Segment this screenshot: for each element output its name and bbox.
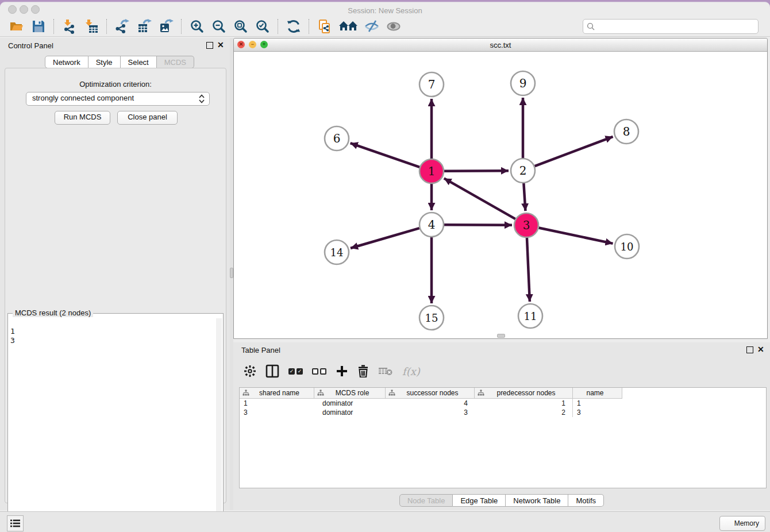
tab-node-table[interactable]: Node Table <box>399 494 453 507</box>
toolbar-separator <box>106 19 107 34</box>
mcds-result-group: MCDS result (2 nodes) 1 3 <box>7 313 224 531</box>
hide-graphics-details-icon[interactable] <box>363 18 380 35</box>
graph-edge-3-1[interactable] <box>444 178 515 219</box>
show-graphics-details-icon[interactable] <box>385 18 402 35</box>
close-panel-button[interactable]: Close panel <box>117 111 178 125</box>
table-cell[interactable]: dominator <box>314 408 386 417</box>
mcds-result-text[interactable]: 1 3 <box>10 327 215 521</box>
memory-status-icon <box>725 521 731 527</box>
network-view-window: ✕ − + scc.txt 1234678910111415 <box>233 38 768 339</box>
splitter-grip[interactable] <box>497 334 505 338</box>
network-window-titlebar[interactable]: ✕ − + scc.txt <box>234 38 767 52</box>
graph-node-label: 7 <box>428 78 436 91</box>
table-row[interactable]: 3dominator323 <box>240 408 766 417</box>
graph-node-label: 6 <box>333 132 341 145</box>
window-title: Session: New Session <box>0 6 770 15</box>
table-cell[interactable]: 1 <box>240 399 314 408</box>
memory-button[interactable]: Memory <box>719 516 765 531</box>
home-icon[interactable] <box>338 18 359 35</box>
import-network-icon[interactable] <box>61 18 78 35</box>
tab-mcds[interactable]: MCDS <box>157 56 194 68</box>
save-session-icon[interactable] <box>30 18 47 35</box>
delete-row-icon[interactable] <box>357 365 369 377</box>
settings-gear-icon[interactable] <box>244 365 256 377</box>
task-history-button[interactable] <box>7 515 24 531</box>
table-cell[interactable]: 3 <box>573 408 622 417</box>
table-cell[interactable]: 1 <box>573 399 622 408</box>
graph-edge-3-10[interactable] <box>539 228 613 244</box>
control-panel: Control Panel ✕ Network Style Select MCD… <box>0 38 230 510</box>
graph-node-label: 9 <box>519 76 527 90</box>
float-panel-icon[interactable] <box>206 42 213 49</box>
column-type-icon <box>478 390 484 396</box>
float-panel-icon[interactable] <box>746 346 753 353</box>
toolbar-separator <box>181 19 182 34</box>
graph-node-label: 10 <box>621 241 634 253</box>
tab-edge-table[interactable]: Edge Table <box>453 494 506 507</box>
table-row[interactable]: 1dominator411 <box>240 399 766 408</box>
toolbar-separator <box>309 19 310 34</box>
close-panel-icon[interactable]: ✕ <box>217 40 224 49</box>
result-scrollbar[interactable] <box>216 318 222 530</box>
network-view-title: scc.txt <box>234 41 767 49</box>
search-box <box>583 19 759 34</box>
table-cell[interactable]: 1 <box>475 399 573 408</box>
deselect-all-icon[interactable] <box>312 368 326 375</box>
close-panel-icon[interactable]: ✕ <box>757 345 764 354</box>
optimization-criterion-value: strongly connected component <box>32 94 134 102</box>
table-cell[interactable]: 3 <box>386 408 475 417</box>
select-all-icon[interactable]: ✓✓ <box>288 368 303 375</box>
export-network-icon[interactable] <box>114 18 131 35</box>
zoom-in-icon[interactable] <box>188 18 206 35</box>
table-cell[interactable]: 3 <box>240 408 314 417</box>
import-table-icon[interactable] <box>83 18 100 35</box>
network-canvas[interactable]: 1234678910111415 <box>234 51 767 338</box>
select-stepper-icon <box>198 94 206 103</box>
column-header-mcds-role[interactable]: MCDS role <box>314 388 386 399</box>
zoom-fit-icon[interactable] <box>232 18 249 35</box>
graph-edge-1-6[interactable] <box>351 143 420 167</box>
add-row-icon[interactable] <box>336 365 348 377</box>
table-cell[interactable]: dominator <box>314 399 386 408</box>
control-panel-header: Control Panel ✕ <box>0 38 230 53</box>
zoom-selected-icon[interactable] <box>254 18 271 35</box>
table-panel-header: Table Panel ✕ <box>233 342 770 357</box>
table-cell[interactable]: 4 <box>386 399 475 408</box>
search-input[interactable] <box>597 21 754 31</box>
graph-node-label: 11 <box>524 310 537 322</box>
show-columns-icon[interactable] <box>265 364 279 378</box>
graph-edge-3-11[interactable] <box>527 238 530 302</box>
graph-edge-4-3[interactable] <box>444 225 512 225</box>
column-type-icon <box>388 390 395 396</box>
tab-style[interactable]: Style <box>88 56 121 68</box>
graph-edge-2-3[interactable] <box>523 183 525 211</box>
delete-table-icon <box>378 365 393 377</box>
run-mcds-button[interactable]: Run MCDS <box>55 111 110 125</box>
memory-label: Memory <box>734 519 759 527</box>
graph-edge-1-2[interactable] <box>444 171 509 171</box>
column-header-successor-nodes[interactable]: successor nodes <box>386 388 475 399</box>
tab-motifs[interactable]: Motifs <box>568 494 604 507</box>
graph-edge-4-14[interactable] <box>351 228 419 248</box>
zoom-out-icon[interactable] <box>210 18 228 35</box>
mcds-tab-content: Optimization criterion: strongly connect… <box>5 68 226 503</box>
duplicate-network-icon[interactable] <box>316 18 333 35</box>
titlebar: Session: New Session <box>0 2 770 16</box>
column-header-shared-name[interactable]: shared name <box>240 388 314 399</box>
column-header-predecessor-nodes[interactable]: predecessor nodes <box>475 388 573 399</box>
table-body: 1dominator4113dominator323 <box>240 399 766 417</box>
column-header-name[interactable]: name <box>573 388 622 399</box>
tab-network[interactable]: Network <box>45 56 88 68</box>
graph-edge-2-8[interactable] <box>535 137 613 166</box>
column-type-icon <box>317 390 324 396</box>
refresh-icon[interactable] <box>285 18 302 35</box>
table-toolbar: ✓✓ f(x) <box>239 360 425 383</box>
export-image-icon[interactable] <box>157 18 175 35</box>
table-cell[interactable]: 2 <box>475 408 573 417</box>
tab-select[interactable]: Select <box>121 56 157 68</box>
table-header-row: shared name MCDS role successor nodes pr… <box>240 388 622 399</box>
optimization-criterion-select[interactable]: strongly connected component <box>26 92 210 106</box>
open-session-icon[interactable] <box>8 18 25 35</box>
tab-network-table[interactable]: Network Table <box>506 494 568 507</box>
export-table-icon[interactable] <box>136 18 153 35</box>
